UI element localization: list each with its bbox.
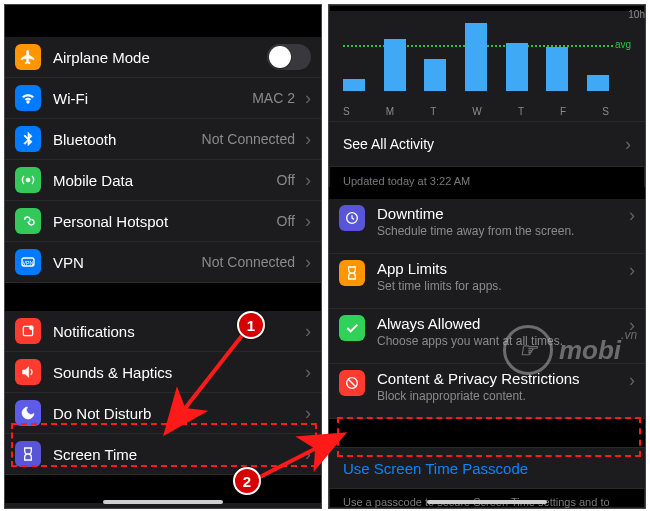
chart-bar	[587, 75, 609, 91]
chart-canvas: avg	[343, 11, 631, 91]
chart-bar	[343, 79, 365, 91]
app-limits-icon	[339, 260, 365, 286]
row-vpn[interactable]: VPN VPN Not Connected ›	[5, 242, 321, 283]
row-downtime[interactable]: Downtime Schedule time away from the scr…	[329, 199, 645, 254]
chevron-right-icon: ›	[625, 134, 631, 155]
chevron-right-icon: ›	[629, 315, 635, 336]
home-indicator[interactable]	[427, 500, 547, 504]
airplane-toggle[interactable]	[267, 44, 311, 70]
sounds-icon	[15, 359, 41, 385]
row-title: App Limits	[377, 260, 623, 277]
row-mobile-data[interactable]: Mobile Data Off ›	[5, 160, 321, 201]
chevron-right-icon: ›	[305, 88, 311, 109]
passcode-footer: Use a passcode to secure Screen Time set…	[329, 489, 645, 509]
day-label: S	[602, 106, 609, 117]
row-label: Bluetooth	[53, 131, 116, 148]
day-label: M	[386, 106, 394, 117]
dnd-icon	[15, 400, 41, 426]
row-label: Mobile Data	[53, 172, 133, 189]
bluetooth-icon	[15, 126, 41, 152]
svg-point-4	[29, 326, 33, 330]
row-sub: Schedule time away from the screen.	[377, 224, 623, 238]
row-app-limits[interactable]: App Limits Set time limits for apps. ›	[329, 254, 645, 309]
chevron-right-icon: ›	[305, 211, 311, 232]
airplane-icon	[15, 44, 41, 70]
day-label: T	[518, 106, 524, 117]
row-label: Do Not Disturb	[53, 405, 151, 422]
row-label: Wi-Fi	[53, 90, 88, 107]
callout-1: 1	[237, 311, 265, 339]
day-label: W	[472, 106, 481, 117]
row-do-not-disturb[interactable]: Do Not Disturb ›	[5, 393, 321, 434]
row-airplane-mode[interactable]: Airplane Mode	[5, 37, 321, 78]
chevron-right-icon: ›	[305, 252, 311, 273]
row-sub: Block inappropriate content.	[377, 389, 623, 403]
row-always-allowed[interactable]: Always Allowed Choose apps you want at a…	[329, 309, 645, 364]
day-label: T	[430, 106, 436, 117]
row-sounds-haptics[interactable]: Sounds & Haptics ›	[5, 352, 321, 393]
row-title: Content & Privacy Restrictions	[377, 370, 623, 387]
chart-bar	[546, 47, 568, 91]
row-value: Off	[277, 172, 295, 188]
row-title: Always Allowed	[377, 315, 623, 332]
svg-point-0	[26, 178, 30, 182]
settings-screen: Airplane Mode Wi-Fi MAC 2 › Bluetooth No…	[4, 4, 322, 509]
row-label: Personal Hotspot	[53, 213, 168, 230]
row-label: Notifications	[53, 323, 135, 340]
usage-chart[interactable]: 10h avg SMTWTFS	[329, 11, 645, 122]
row-content-privacy[interactable]: Content & Privacy Restrictions Block ina…	[329, 364, 645, 419]
notifications-icon	[15, 318, 41, 344]
row-notifications[interactable]: Notifications ›	[5, 311, 321, 352]
chevron-right-icon: ›	[629, 205, 635, 226]
status-bar-mask	[5, 5, 321, 37]
always-allowed-icon	[339, 315, 365, 341]
cellular-icon	[15, 167, 41, 193]
vpn-icon: VPN	[15, 249, 41, 275]
chevron-right-icon: ›	[305, 129, 311, 150]
row-screen-time[interactable]: Screen Time ›	[5, 434, 321, 475]
row-value: Not Connected	[202, 254, 295, 270]
row-value: MAC 2	[252, 90, 295, 106]
row-title: Downtime	[377, 205, 623, 222]
screen-time-detail: 10h avg SMTWTFS See All Activity › Updat…	[328, 4, 646, 509]
row-label: Airplane Mode	[53, 49, 150, 66]
row-label: Sounds & Haptics	[53, 364, 172, 381]
updated-caption: Updated today at 3:22 AM	[329, 167, 645, 187]
row-sub: Choose apps you want at all times.	[377, 334, 623, 348]
chart-bar	[465, 23, 487, 91]
svg-text:VPN: VPN	[23, 260, 34, 266]
chevron-right-icon: ›	[305, 362, 311, 383]
chart-bar	[506, 43, 528, 91]
row-see-all-activity[interactable]: See All Activity ›	[329, 122, 645, 167]
chart-bar	[384, 39, 406, 91]
chevron-right-icon: ›	[629, 370, 635, 391]
chevron-right-icon: ›	[629, 260, 635, 281]
chevron-right-icon: ›	[305, 444, 311, 465]
day-label: F	[560, 106, 566, 117]
downtime-icon	[339, 205, 365, 231]
tutorial-composite: Airplane Mode Wi-Fi MAC 2 › Bluetooth No…	[0, 0, 650, 511]
chevron-right-icon: ›	[305, 321, 311, 342]
row-label: See All Activity	[343, 136, 434, 152]
row-label: VPN	[53, 254, 84, 271]
hotspot-icon	[15, 208, 41, 234]
chart-bar	[424, 59, 446, 91]
row-sub: Set time limits for apps.	[377, 279, 623, 293]
screen-time-icon	[15, 441, 41, 467]
home-indicator[interactable]	[103, 500, 223, 504]
row-bluetooth[interactable]: Bluetooth Not Connected ›	[5, 119, 321, 160]
row-personal-hotspot[interactable]: Personal Hotspot Off ›	[5, 201, 321, 242]
day-axis: SMTWTFS	[343, 106, 609, 117]
chevron-right-icon: ›	[305, 170, 311, 191]
avg-label: avg	[615, 39, 631, 50]
row-value: Off	[277, 213, 295, 229]
row-value: Not Connected	[202, 131, 295, 147]
day-label: S	[343, 106, 350, 117]
chevron-right-icon: ›	[305, 403, 311, 424]
passcode-label: Use Screen Time Passcode	[343, 460, 528, 477]
callout-2: 2	[233, 467, 261, 495]
row-wifi[interactable]: Wi-Fi MAC 2 ›	[5, 78, 321, 119]
row-label: Screen Time	[53, 446, 137, 463]
row-use-passcode[interactable]: Use Screen Time Passcode	[329, 447, 645, 489]
restrictions-icon	[339, 370, 365, 396]
